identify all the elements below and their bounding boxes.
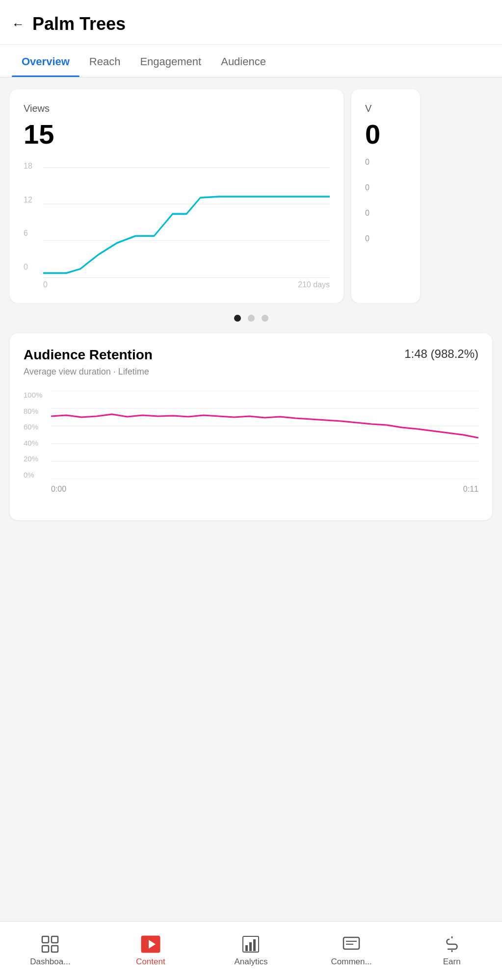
analytics-icon: [242, 935, 260, 953]
tabs-bar: Overview Reach Engagement Audience: [0, 45, 502, 77]
ret-x-start: 0:00: [51, 485, 66, 494]
retention-header: Audience Retention 1:48 (988.2%): [24, 347, 478, 363]
partial-label: V: [365, 103, 406, 114]
x-label-start: 0: [43, 280, 48, 289]
views-label: Views: [24, 103, 330, 114]
page-title: Palm Trees: [32, 14, 126, 34]
dot-2[interactable]: [248, 315, 255, 322]
y-label-6: 6: [24, 229, 41, 238]
y-label-18: 18: [24, 162, 41, 171]
retention-value: 1:48 (988.2%): [404, 347, 478, 361]
ret-y-80: 80%: [24, 407, 49, 415]
nav-item-comments[interactable]: Commen...: [301, 930, 402, 973]
tab-audience[interactable]: Audience: [211, 45, 276, 77]
ret-y-0: 0%: [24, 471, 49, 479]
nav-label-content: Content: [136, 957, 165, 967]
partial-value: 0: [365, 118, 406, 150]
retention-title: Audience Retention: [24, 347, 153, 363]
ret-y-20: 20%: [24, 454, 49, 463]
bottom-nav: Dashboa... Content Analytics Commen...: [0, 921, 502, 980]
content-icon: [141, 935, 160, 953]
tab-engagement[interactable]: Engagement: [130, 45, 211, 77]
cards-row: Views 15 18 12 6 0: [10, 89, 492, 303]
tab-overview[interactable]: Overview: [12, 45, 79, 77]
svg-rect-11: [52, 936, 58, 943]
partial-views-card: V 0 0 0 0 0: [351, 89, 420, 303]
nav-label-dashboard: Dashboa...: [30, 957, 70, 967]
svg-rect-20: [343, 937, 359, 949]
partial-y-labels: 0 0 0 0: [365, 158, 406, 243]
svg-rect-12: [42, 946, 49, 952]
ret-x-end: 0:11: [463, 485, 478, 494]
ret-y-60: 60%: [24, 423, 49, 431]
ret-y-40: 40%: [24, 439, 49, 447]
svg-rect-17: [245, 945, 248, 951]
dashboard-icon: [41, 935, 59, 953]
x-label-end: 210 days: [298, 280, 330, 289]
svg-rect-19: [253, 939, 256, 951]
nav-label-analytics: Analytics: [234, 957, 267, 967]
dot-3[interactable]: [262, 315, 268, 322]
retention-chart-svg: [51, 391, 478, 479]
nav-item-content[interactable]: Content: [101, 930, 201, 973]
y-label-12: 12: [24, 196, 41, 204]
nav-label-earn: Earn: [443, 957, 461, 967]
svg-rect-18: [249, 942, 252, 951]
header: ← Palm Trees: [0, 0, 502, 45]
earn-icon: [443, 935, 461, 953]
nav-item-dashboard[interactable]: Dashboa...: [0, 930, 101, 973]
pagination-dots: [10, 315, 492, 322]
views-chart-svg: [43, 162, 330, 289]
views-chart: 18 12 6 0 0: [24, 162, 330, 289]
nav-label-comments: Commen...: [331, 957, 372, 967]
ret-y-100: 100%: [24, 391, 49, 399]
retention-card: Audience Retention 1:48 (988.2%) Average…: [10, 333, 492, 520]
main-content: Views 15 18 12 6 0: [0, 77, 502, 959]
svg-rect-13: [52, 946, 58, 952]
tab-reach[interactable]: Reach: [79, 45, 131, 77]
svg-rect-10: [42, 936, 49, 943]
retention-chart: 100% 80% 60% 40% 20% 0% 0:: [24, 391, 478, 499]
retention-subtitle: Average view duration · Lifetime: [24, 367, 478, 377]
comments-icon: [343, 935, 360, 953]
nav-item-analytics[interactable]: Analytics: [201, 930, 301, 973]
views-card: Views 15 18 12 6 0: [10, 89, 343, 303]
y-label-0: 0: [24, 263, 41, 272]
dot-1[interactable]: [234, 315, 241, 322]
back-button[interactable]: ←: [12, 17, 25, 32]
nav-item-earn[interactable]: Earn: [401, 930, 502, 973]
retention-x-labels: 0:00 0:11: [51, 485, 478, 494]
views-value: 15: [24, 118, 330, 150]
